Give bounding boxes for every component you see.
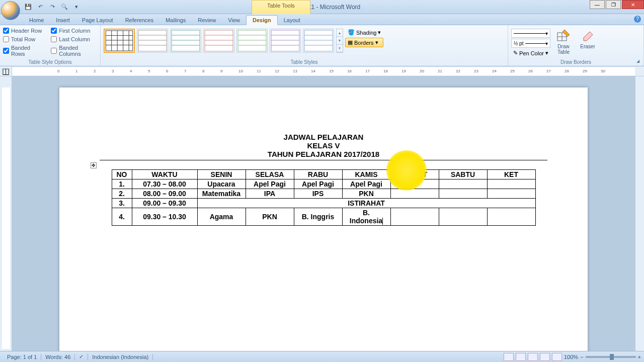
zoom-level[interactable]: 100% bbox=[564, 354, 578, 360]
eraser-button[interactable]: Eraser bbox=[577, 29, 599, 49]
maximize-button[interactable]: ❐ bbox=[606, 0, 621, 9]
quick-access-toolbar: 💾 ↶ ↷ 🔍 ▾ bbox=[23, 2, 82, 12]
text-cursor bbox=[382, 217, 383, 225]
doc-heading-1: JADWAL PELAJARAN bbox=[100, 133, 547, 141]
table-styles-gallery: ▲ ▼ ▾ bbox=[104, 27, 343, 53]
gallery-scroll: ▲ ▼ ▾ bbox=[336, 29, 343, 53]
status-page[interactable]: Page: 1 of 1 bbox=[3, 354, 41, 360]
svg-rect-24 bbox=[271, 30, 299, 51]
ribbon: Header Row Total Row Banded Rows First C… bbox=[0, 25, 644, 66]
tab-design[interactable]: Design bbox=[246, 15, 278, 25]
style-thumb-6[interactable] bbox=[270, 29, 301, 53]
bucket-icon: 🪣 bbox=[348, 29, 355, 36]
ruler-vertical[interactable] bbox=[0, 76, 12, 351]
scrollbar-vertical[interactable] bbox=[635, 76, 644, 351]
opt-first-column[interactable]: First Column bbox=[51, 28, 97, 34]
opt-header-row[interactable]: Header Row bbox=[3, 28, 42, 34]
redo-icon[interactable]: ↷ bbox=[47, 2, 57, 12]
style-thumb-7[interactable] bbox=[303, 29, 334, 53]
style-thumb-5[interactable] bbox=[236, 29, 268, 53]
gallery-more-icon[interactable]: ▾ bbox=[337, 45, 343, 52]
eraser-icon bbox=[581, 29, 595, 43]
minimize-button[interactable]: — bbox=[590, 0, 605, 9]
tab-review[interactable]: Review bbox=[192, 16, 222, 25]
ribbon-tabs: Home Insert Page Layout References Maili… bbox=[0, 14, 644, 25]
style-thumb-4[interactable] bbox=[203, 29, 234, 53]
pen-color-button[interactable]: ✎Pen Color ▾ bbox=[511, 49, 550, 57]
page-scroll[interactable]: JADWAL PELAJARAN KELAS V TAHUN PELAJARAN… bbox=[12, 76, 635, 351]
ruler-corner[interactable]: ◫ bbox=[0, 66, 12, 76]
status-words[interactable]: Words: 46 bbox=[41, 354, 75, 360]
zoom-out-icon[interactable]: − bbox=[580, 354, 583, 360]
group-table-styles: ▲ ▼ ▾ 🪣Shading ▾ ▦Borders ▾ Table Styles bbox=[101, 25, 508, 66]
line-weight-select[interactable]: ½ pt ▾ bbox=[511, 39, 550, 48]
zoom-in-icon[interactable]: + bbox=[638, 354, 641, 360]
svg-rect-12 bbox=[172, 30, 200, 51]
document-area: JADWAL PELAJARAN KELAS V TAHUN PELAJARAN… bbox=[0, 76, 644, 351]
undo-icon[interactable]: ↶ bbox=[35, 2, 45, 12]
group-label: Table Styles bbox=[104, 58, 505, 66]
doc-heading-2: KELAS V bbox=[100, 141, 547, 150]
table-row: 3. 09.00 – 09.30 ISTIRAHAT bbox=[112, 199, 535, 208]
opt-last-column[interactable]: Last Column bbox=[51, 36, 97, 42]
save-icon[interactable]: 💾 bbox=[23, 2, 33, 12]
title-bar: 💾 ↶ ↷ 🔍 ▾ Document1 - Microsoft Word Tab… bbox=[0, 0, 644, 14]
style-thumb-2[interactable] bbox=[137, 29, 168, 53]
tab-home[interactable]: Home bbox=[23, 16, 50, 25]
view-draft[interactable] bbox=[552, 353, 562, 361]
group-label: Draw Borders bbox=[511, 58, 640, 66]
style-thumb-1[interactable] bbox=[104, 29, 135, 53]
close-button[interactable]: ✕ bbox=[622, 0, 644, 9]
opt-banded-rows[interactable]: Banded Rows bbox=[3, 45, 42, 57]
svg-rect-20 bbox=[238, 30, 266, 51]
help-icon[interactable]: ? bbox=[634, 16, 641, 23]
dialog-launcher-icon[interactable]: ◢ bbox=[636, 59, 642, 65]
view-web-layout[interactable] bbox=[528, 353, 538, 361]
borders-icon: ▦ bbox=[348, 39, 353, 46]
view-print-layout[interactable] bbox=[504, 353, 514, 361]
view-full-screen[interactable] bbox=[516, 353, 526, 361]
table-row: 1. 07.30 – 08.00 Upacara Apel Pagi Apel … bbox=[112, 179, 535, 189]
svg-rect-16 bbox=[205, 30, 233, 51]
group-draw-borders: ▾ ½ pt ▾ ✎Pen Color ▾ Draw Table Eraser … bbox=[508, 25, 644, 66]
pen-icon: ✎ bbox=[513, 50, 518, 56]
view-outline[interactable] bbox=[540, 353, 550, 361]
gallery-up-icon[interactable]: ▲ bbox=[337, 29, 343, 37]
line-style-select[interactable]: ▾ bbox=[511, 29, 550, 38]
gallery-down-icon[interactable]: ▼ bbox=[337, 37, 343, 44]
office-button[interactable] bbox=[1, 1, 20, 20]
status-bar: Page: 1 of 1 Words: 46 ✓ Indonesian (Ind… bbox=[0, 351, 644, 362]
group-label: Table Style Options bbox=[3, 58, 97, 66]
table-move-handle[interactable]: ✥ bbox=[91, 162, 97, 168]
table-tools-contextual: Table Tools bbox=[252, 0, 310, 14]
status-language[interactable]: Indonesian (Indonesia) bbox=[88, 354, 153, 360]
tab-view[interactable]: View bbox=[222, 16, 246, 25]
shading-button[interactable]: 🪣Shading ▾ bbox=[345, 28, 383, 37]
tab-insert[interactable]: Insert bbox=[50, 16, 76, 25]
pencil-table-icon bbox=[556, 29, 571, 43]
page: JADWAL PELAJARAN KELAS V TAHUN PELAJARAN… bbox=[59, 87, 588, 351]
tab-page-layout[interactable]: Page Layout bbox=[76, 16, 119, 25]
group-table-style-options: Header Row Total Row Banded Rows First C… bbox=[0, 25, 101, 66]
schedule-table[interactable]: NO WAKTU SENIN SELASA RABU KAMIS JUM'AT … bbox=[112, 169, 536, 226]
doc-heading-3: TAHUN PELAJARAN 2017/2018 bbox=[100, 150, 547, 158]
table-row: 2. 08.00 – 09.00 Matematika IPA IPS PKN bbox=[112, 189, 535, 199]
divider bbox=[100, 160, 547, 160]
svg-rect-8 bbox=[138, 30, 167, 51]
borders-button[interactable]: ▦Borders ▾ bbox=[345, 38, 383, 47]
table-header-row: NO WAKTU SENIN SELASA RABU KAMIS JUM'AT … bbox=[112, 170, 535, 179]
svg-rect-28 bbox=[304, 30, 333, 51]
print-preview-icon[interactable]: 🔍 bbox=[59, 2, 69, 12]
table-row: 4. 09.30 – 10.30 Agama PKN B. Inggris B.… bbox=[112, 208, 535, 226]
tab-references[interactable]: References bbox=[119, 16, 159, 25]
ruler-horizontal: ◫ 01234567891011121314151617181920212223… bbox=[0, 66, 644, 76]
tab-mailings[interactable]: Mailings bbox=[159, 16, 192, 25]
draw-table-button[interactable]: Draw Table bbox=[552, 29, 575, 55]
style-thumb-3[interactable] bbox=[170, 29, 201, 53]
opt-banded-columns[interactable]: Banded Columns bbox=[51, 45, 97, 57]
qat-more-icon[interactable]: ▾ bbox=[71, 2, 82, 12]
proofing-icon[interactable]: ✓ bbox=[75, 353, 88, 360]
opt-total-row[interactable]: Total Row bbox=[3, 36, 42, 42]
tab-layout[interactable]: Layout bbox=[278, 16, 306, 25]
zoom-slider[interactable] bbox=[586, 356, 636, 358]
